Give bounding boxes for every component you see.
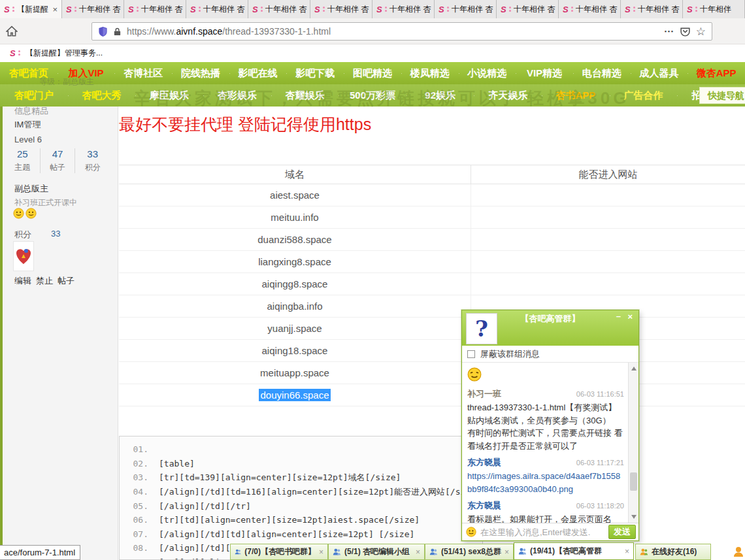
nav-item[interactable]: 电台精选 [573,67,631,80]
sender-name[interactable]: 补习一班 [467,388,501,400]
im-taskbar-tab-active[interactable]: (19/41)【杏吧高管群 × [514,542,634,560]
nav-item[interactable]: 小说精选 [459,67,516,80]
code-line: 07.[/align][/td][td][align=center][size=… [120,527,482,542]
edit-link[interactable]: 编辑 [14,275,31,287]
sidebar-item-top[interactable]: 信息精品 [14,105,48,117]
sender-name[interactable]: 东方晓晨 [467,457,501,469]
im-taskbar-tab[interactable]: (5/1) 杏吧编辑小组 × [328,544,425,560]
im-corner-icon[interactable] [733,546,745,559]
nav-item[interactable]: 摩臣娱乐 [135,90,203,102]
group-people-icon [518,547,527,555]
minimize-icon[interactable]: – [616,311,621,321]
nav-item[interactable]: 杏吧大秀 [68,90,136,102]
scroll-down-icon[interactable] [631,515,637,519]
browser-tab[interactable]: S十年相伴 杏 [186,0,248,18]
browser-tab[interactable]: S十年相伴 杏 [310,0,372,18]
nav-item-home[interactable]: 杏吧首页 [0,67,58,80]
ban-link[interactable]: 禁止 [36,275,53,287]
sidebar-item-im[interactable]: IM管理 [14,119,41,131]
nav-item[interactable]: 92娱乐 [406,90,474,102]
site-favicon-s8-icon: S [625,5,635,14]
browser-tab[interactable]: S十年相伴 杏 [559,0,621,18]
quick-nav-button[interactable]: 快捷导航 [699,87,745,104]
post-link[interactable]: 帖子 [58,275,74,287]
nav-item[interactable]: 500万彩票 [339,90,406,102]
tab-close-icon[interactable]: × [505,548,509,557]
nav-item[interactable]: 图吧精选 [344,67,401,80]
close-icon[interactable]: × [627,312,633,321]
site-favicon-s8-icon: S [439,5,448,14]
scroll-up-icon[interactable] [631,367,637,371]
nav-item[interactable]: 杏耀娱乐 [271,90,339,102]
browser-tab[interactable]: S十年相伴 杏 [372,0,435,18]
group-people-icon [235,548,241,556]
home-icon[interactable] [6,25,18,37]
tracking-protection-shield-icon[interactable] [98,26,108,37]
link-status-tooltip: ace/forum-7-1.html [0,545,80,560]
site-favicon-s8-icon: S [563,5,572,14]
online-friends-tab[interactable]: 在线好友(16) [635,544,711,560]
nav-item[interactable]: 院线热播 [172,67,229,80]
chat-message-input[interactable] [480,527,604,537]
scrollbar-thumb[interactable] [630,472,637,491]
tab-close-icon[interactable]: × [319,548,323,557]
url-bar[interactable]: https://www.aivnf.space/thread-13937330-… [91,22,712,41]
browser-tab[interactable]: S十年相伴 杏 [621,0,683,18]
nav-item-xingshu-app[interactable]: 杏书APP [542,90,610,102]
group-chat-window: 【杏吧高管群】 – × ? 屏蔽该群组消息 补习一班 06-03 11:16:5… [461,310,639,541]
bookmark-item[interactable]: 【新提醒】管理事务... [25,48,103,59]
send-button[interactable]: 发送 [608,525,636,539]
nav-item[interactable]: 齐天娱乐 [474,90,542,102]
code-line: 05.[/align][/td][/tr] [120,499,482,513]
stat-threads[interactable]: 25主题 [5,148,40,173]
browser-tab[interactable]: S十年相伴 杏 [497,0,559,18]
nav-item[interactable]: 影吧在线 [229,67,287,80]
nav-item[interactable]: 杏博社区 [114,67,172,80]
stat-credits[interactable]: 33积分 [74,148,110,173]
chat-scrollbar[interactable] [628,363,638,523]
emoji-picker-icon[interactable] [466,527,476,537]
nav-item[interactable]: 杏彩娱乐 [203,90,271,102]
im-taskbar-tab[interactable]: (51/41) sex8总群 × [425,544,514,560]
tab-close-icon[interactable]: × [625,547,629,556]
browser-tab[interactable]: S十年相伴 [683,0,745,18]
sender-name[interactable]: 东方晓晨 [467,500,501,512]
nav-item-weixing-app[interactable]: 微杏APP [687,67,745,80]
emoji-message [467,367,638,384]
table-row: duanzi588.space [119,229,745,251]
table-row: aiest.space [119,184,745,206]
stat-posts[interactable]: 47帖子 [40,148,75,173]
site-favicon-s8-icon: S [376,5,386,14]
lock-icon[interactable] [113,27,122,37]
nav-item[interactable]: VIP精选 [516,67,573,80]
pocket-icon[interactable] [680,26,691,37]
code-line: 04.[/align][/td][td=116][align=center][s… [120,485,482,499]
nav-item[interactable]: 影吧下载 [286,67,344,80]
message-time: 06-03 11:16:51 [576,390,624,398]
nav-item[interactable]: 广告合作 [610,90,678,102]
message-link[interactable]: https://images.ailra.space/d4aaef7b1558b… [462,469,638,499]
tab-close-icon[interactable]: × [52,5,58,14]
nav-item[interactable]: 楼凤精选 [401,67,459,80]
browser-tab[interactable]: S 【新提醒 × [0,0,62,18]
im-taskbar-tab[interactable]: (7/0)【杏吧书吧群】 × [230,544,328,560]
mute-checkbox[interactable] [467,350,475,358]
browser-tab[interactable]: S十年相伴 杏 [248,0,310,18]
message-header: 东方晓晨 06-03 11:17:21 [462,455,638,469]
tab-close-icon[interactable]: × [416,548,420,557]
proxy-warning-text: 最好不要挂代理 登陆记得使用https [119,114,371,135]
chat-titlebar[interactable]: 【杏吧高管群】 – × ? [462,310,638,346]
page-left-green-strip [0,107,3,560]
nav-item[interactable]: 杏吧门户 [0,90,68,102]
table-row: meituu.info [119,206,745,229]
browser-tab[interactable]: S十年相伴 杏 [435,0,497,18]
bbcode-block: 01. 02.[table] 03.[tr][td=139][align=cen… [119,436,483,560]
browser-tab[interactable]: S十年相伴 杏 [124,0,186,18]
nav-item-join-vip[interactable]: 加入VIP [58,67,115,80]
bookmark-star-icon[interactable]: ☆ [696,25,706,39]
page-actions-icon[interactable]: ⋯ [664,25,674,37]
credit-value[interactable]: 33 [51,229,60,239]
browser-tab[interactable]: S十年相伴 杏 [62,0,124,18]
nav-item[interactable]: 成人器具 [631,67,688,80]
code-line: 06.[tr][td][align=center][size=12pt]aies… [120,513,482,527]
